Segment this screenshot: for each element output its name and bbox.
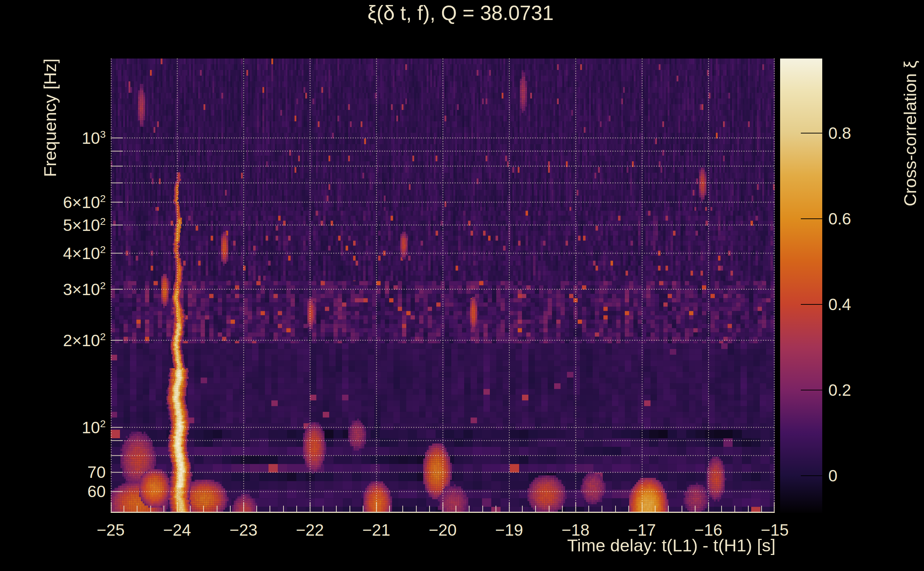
- y-tick-label: 2×102: [0, 332, 106, 348]
- colorbar-tick: [801, 218, 824, 219]
- y-tick-label: 60: [0, 483, 106, 500]
- y-tick-label: 70: [0, 464, 106, 480]
- colorbar-tick-label: 0: [828, 468, 837, 484]
- colorbar-tick-label: 0.4: [828, 296, 851, 313]
- figure-root: ξ(δ t, f), Q = 38.0731 Frequency [Hz] 10…: [0, 0, 924, 571]
- x-tick-label: −21: [362, 522, 390, 538]
- y-tick-label: 6×102: [0, 194, 106, 211]
- colorbar-tick: [801, 133, 824, 133]
- y-tick-label: 5×102: [0, 217, 106, 233]
- colorbar: [780, 59, 822, 513]
- colorbar-tick-label: 0.6: [828, 211, 851, 227]
- colorbar-label: Cross-correlation ξ: [900, 61, 920, 207]
- colorbar-tick: [801, 475, 824, 476]
- colorbar-tick: [801, 304, 824, 305]
- colorbar-tick-label: 0.8: [828, 125, 851, 141]
- y-tick-label: 4×102: [0, 244, 106, 261]
- x-tick-label: −22: [296, 522, 324, 538]
- y-axis-label: Frequency [Hz]: [40, 59, 60, 177]
- colorbar-tick-label: 0.2: [828, 382, 851, 398]
- x-tick-label: −23: [230, 522, 257, 538]
- x-tick-label: −25: [97, 522, 125, 538]
- y-tick-label: 102: [0, 418, 106, 435]
- x-axis-label: Time delay: t(L1) - t(H1) [s]: [567, 536, 776, 555]
- plot-title: ξ(δ t, f), Q = 38.0731: [368, 1, 553, 25]
- colorbar-tick: [801, 390, 824, 390]
- x-tick-label: −20: [429, 522, 457, 538]
- spectrogram-canvas: [111, 59, 775, 513]
- y-tick-label: 3×102: [0, 281, 106, 298]
- y-tick-label: 103: [0, 130, 106, 146]
- x-tick-label: −24: [163, 522, 191, 538]
- x-tick-label: −19: [495, 522, 523, 538]
